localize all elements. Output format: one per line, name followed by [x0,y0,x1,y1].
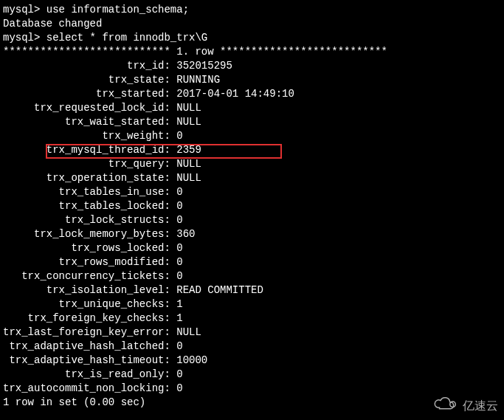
field-value: 0 [176,242,182,254]
field-value: READ COMMITTED [176,284,263,296]
field-row-trx_last_foreign_key_error: trx_last_foreign_key_error: NULL [3,326,501,340]
field-row-trx_tables_locked: trx_tables_locked: 0 [3,199,501,213]
field-value: NULL [176,116,201,128]
terminal-output: mysql> use information_schema; Database … [3,3,501,410]
field-label: trx_last_foreign_key_error: [3,326,176,338]
field-value: 2359 [176,144,201,156]
result-fields: trx_id: 352015295 trx_state: RUNNING trx… [3,59,501,396]
result-footer: 1 row in set (0.00 sec) [3,396,501,410]
field-label: trx_concurrency_tickets: [3,270,176,282]
field-row-trx_lock_structs: trx_lock_structs: 0 [3,213,501,227]
field-value: NULL [176,326,201,338]
field-row-trx_isolation_level: trx_isolation_level: READ COMMITTED [3,283,501,297]
field-value: NULL [176,158,201,170]
field-row-trx_started: trx_started: 2017-04-01 14:49:10 [3,87,501,101]
field-value: NULL [176,172,201,184]
field-row-trx_wait_started: trx_wait_started: NULL [3,115,501,129]
field-label: trx_foreign_key_checks: [3,312,176,324]
field-label: trx_unique_checks: [3,298,176,310]
field-label: trx_rows_locked: [3,242,176,254]
field-label: trx_autocommit_non_locking: [3,382,176,394]
field-row-trx_adaptive_hash_latched: trx_adaptive_hash_latched: 0 [3,340,501,354]
field-value: 0 [176,340,182,352]
field-label: trx_tables_in_use: [3,186,176,198]
field-row-trx_operation_state: trx_operation_state: NULL [3,171,501,185]
mysql-prompt: mysql> [3,4,46,16]
mysql-prompt: mysql> [3,32,46,44]
field-label: trx_started: [3,88,176,100]
field-row-trx_rows_locked: trx_rows_locked: 0 [3,241,501,255]
field-row-trx_lock_memory_bytes: trx_lock_memory_bytes: 360 [3,227,501,241]
field-value: 0 [176,214,182,226]
db-changed-line: Database changed [3,17,501,31]
field-row-trx_rows_modified: trx_rows_modified: 0 [3,255,501,269]
prompt-line-1: mysql> use information_schema; [3,3,501,17]
field-label: trx_tables_locked: [3,200,176,212]
field-row-trx_foreign_key_checks: trx_foreign_key_checks: 1 [3,311,501,326]
field-value: 10000 [176,354,207,366]
field-label: trx_lock_memory_bytes: [3,228,176,240]
field-row-trx_state: trx_state: RUNNING [3,73,501,87]
field-value: 1 [176,312,182,324]
field-row-trx_id: trx_id: 352015295 [3,59,501,73]
field-label: trx_requested_lock_id: [3,102,176,114]
cloud-icon [432,396,458,414]
field-value: 360 [176,228,195,240]
watermark-text: 亿速云 [463,399,498,413]
field-label: trx_adaptive_hash_timeout: [3,354,176,366]
field-value: 0 [176,256,182,268]
field-row-trx_adaptive_hash_timeout: trx_adaptive_hash_timeout: 10000 [3,354,501,368]
field-row-trx_mysql_thread_id: trx_mysql_thread_id: 2359 [3,143,501,157]
field-value: 0 [176,270,182,282]
field-label: trx_rows_modified: [3,256,176,268]
field-label: trx_wait_started: [3,116,176,128]
sql-command-select: select * from innodb_trx\G [46,32,207,44]
field-row-trx_query: trx_query: NULL [3,157,501,171]
watermark: 亿速云 [432,396,498,414]
field-value: 2017-04-01 14:49:10 [176,88,294,100]
field-row-trx_requested_lock_id: trx_requested_lock_id: NULL [3,101,501,115]
field-label: trx_isolation_level: [3,284,176,296]
field-label: trx_mysql_thread_id: [3,144,176,156]
field-row-trx_concurrency_tickets: trx_concurrency_tickets: 0 [3,269,501,283]
field-value: 0 [176,186,182,198]
field-value: 0 [176,130,182,142]
field-row-trx_is_read_only: trx_is_read_only: 0 [3,368,501,382]
svg-point-0 [450,402,456,407]
field-value: 0 [176,200,182,212]
field-label: trx_state: [3,74,176,86]
field-label: trx_weight: [3,130,176,142]
field-value: NULL [176,102,201,114]
field-label: trx_query: [3,158,176,170]
field-row-trx_unique_checks: trx_unique_checks: 1 [3,297,501,311]
field-label: trx_operation_state: [3,172,176,184]
field-value: RUNNING [176,74,220,86]
field-label: trx_adaptive_hash_latched: [3,340,176,352]
field-label: trx_lock_structs: [3,214,176,226]
field-row-trx_autocommit_non_locking: trx_autocommit_non_locking: 0 [3,382,501,396]
field-label: trx_is_read_only: [3,368,176,380]
sql-command-use: use information_schema; [46,4,189,16]
row-separator: *************************** 1. row *****… [3,45,501,59]
field-value: 1 [176,298,182,310]
field-value: 0 [176,368,182,380]
field-value: 0 [176,382,182,394]
field-label: trx_id: [3,60,176,72]
field-row-trx_weight: trx_weight: 0 [3,129,501,143]
field-row-trx_tables_in_use: trx_tables_in_use: 0 [3,185,501,199]
field-value: 352015295 [176,60,232,72]
prompt-line-2: mysql> select * from innodb_trx\G [3,31,501,45]
